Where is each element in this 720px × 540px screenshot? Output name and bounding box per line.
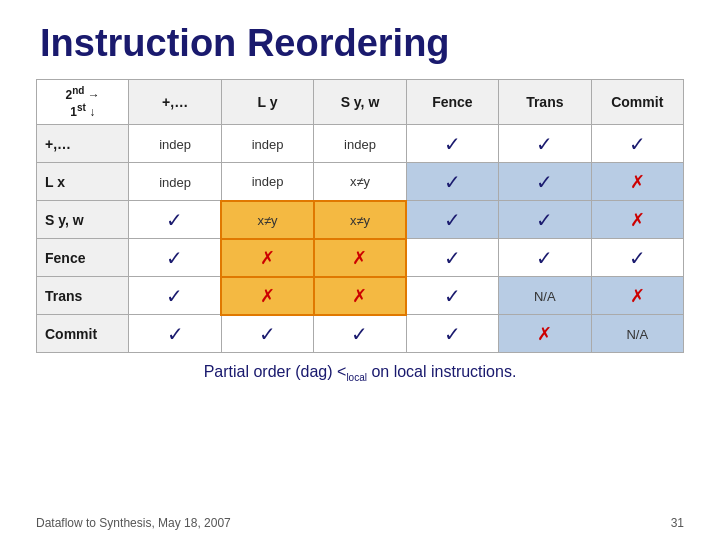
reordering-table: 2nd → 1st ↓ +,… L y S y, w Fence Trans C… bbox=[36, 79, 684, 353]
table-cell: ✓ bbox=[406, 125, 498, 163]
table-cell: ✓ bbox=[499, 125, 591, 163]
table-cell: ✗ bbox=[314, 277, 406, 315]
table-cell: ✗ bbox=[221, 277, 313, 315]
row-label: L x bbox=[37, 163, 129, 201]
table-row: +,…indepindepindep✓✓✓ bbox=[37, 125, 684, 163]
col-header-2: L y bbox=[221, 80, 313, 125]
table-cell: x≠y bbox=[314, 163, 406, 201]
table-cell: ✗ bbox=[314, 239, 406, 277]
table-row: S y, w✓x≠yx≠y✓✓✗ bbox=[37, 201, 684, 239]
table-cell: ✓ bbox=[129, 277, 221, 315]
row-label: +,… bbox=[37, 125, 129, 163]
table-cell: ✓ bbox=[406, 163, 498, 201]
table-cell: ✓ bbox=[591, 125, 683, 163]
row-label: Trans bbox=[37, 277, 129, 315]
table-cell: indep bbox=[129, 125, 221, 163]
table-cell: ✓ bbox=[406, 239, 498, 277]
col-header-6: Commit bbox=[591, 80, 683, 125]
footer-partial-order: Partial order (dag) <local on local inst… bbox=[0, 363, 720, 383]
table-cell: ✓ bbox=[499, 163, 591, 201]
table-row: L xindepindepx≠y✓✓✗ bbox=[37, 163, 684, 201]
table-cell: ✓ bbox=[406, 201, 498, 239]
footer-bottom: Dataflow to Synthesis, May 18, 2007 31 bbox=[0, 516, 720, 530]
table-cell: ✓ bbox=[221, 315, 313, 353]
table-row: Trans✓✗✗✓N/A✗ bbox=[37, 277, 684, 315]
table-cell: ✓ bbox=[499, 239, 591, 277]
table-cell: x≠y bbox=[314, 201, 406, 239]
col-header-1: +,… bbox=[129, 80, 221, 125]
table-cell: ✓ bbox=[499, 201, 591, 239]
table-cell: ✗ bbox=[591, 201, 683, 239]
footer-source: Dataflow to Synthesis, May 18, 2007 bbox=[36, 516, 231, 530]
row-label: S y, w bbox=[37, 201, 129, 239]
row-label: Fence bbox=[37, 239, 129, 277]
col-header-3: S y, w bbox=[314, 80, 406, 125]
table-cell: indep bbox=[221, 163, 313, 201]
table-cell: ✓ bbox=[591, 239, 683, 277]
table-cell: ✗ bbox=[591, 163, 683, 201]
table-cell: ✓ bbox=[406, 315, 498, 353]
table-cell: indep bbox=[314, 125, 406, 163]
table-cell: N/A bbox=[591, 315, 683, 353]
table-cell: ✓ bbox=[406, 277, 498, 315]
table-container: 2nd → 1st ↓ +,… L y S y, w Fence Trans C… bbox=[0, 79, 720, 353]
table-cell: N/A bbox=[499, 277, 591, 315]
page-title: Instruction Reordering bbox=[0, 0, 720, 79]
table-cell: ✓ bbox=[314, 315, 406, 353]
row-label: Commit bbox=[37, 315, 129, 353]
col-header-5: Trans bbox=[499, 80, 591, 125]
table-cell: x≠y bbox=[221, 201, 313, 239]
table-cell: indep bbox=[221, 125, 313, 163]
table-cell: indep bbox=[129, 163, 221, 201]
table-cell: ✗ bbox=[591, 277, 683, 315]
table-cell: ✗ bbox=[499, 315, 591, 353]
table-cell: ✓ bbox=[129, 239, 221, 277]
table-cell: ✓ bbox=[129, 201, 221, 239]
col-header-4: Fence bbox=[406, 80, 498, 125]
corner-header: 2nd → 1st ↓ bbox=[37, 80, 129, 125]
table-cell: ✓ bbox=[129, 315, 221, 353]
table-row: Commit✓✓✓✓✗N/A bbox=[37, 315, 684, 353]
footer-page: 31 bbox=[671, 516, 684, 530]
table-cell: ✗ bbox=[221, 239, 313, 277]
table-row: Fence✓✗✗✓✓✓ bbox=[37, 239, 684, 277]
